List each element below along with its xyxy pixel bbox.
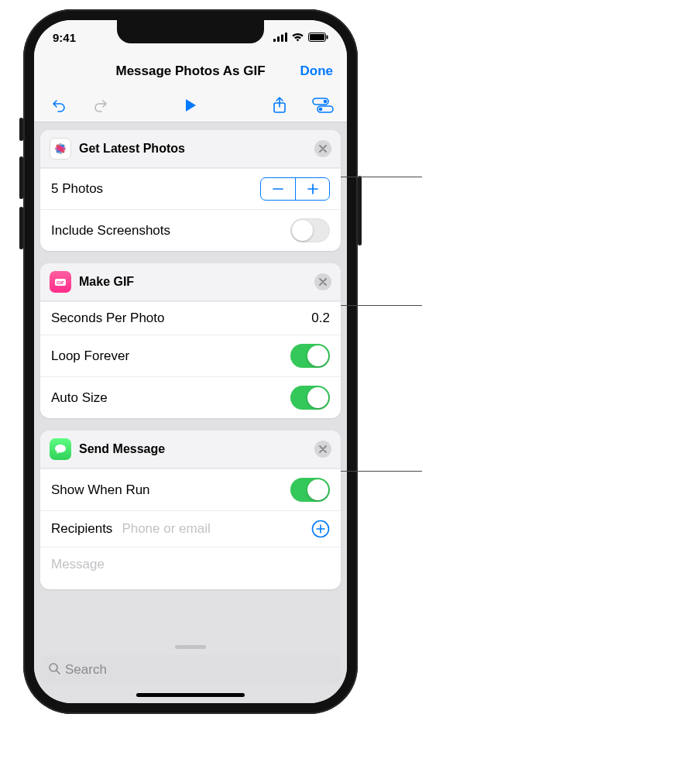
- svg-rect-6: [327, 35, 328, 39]
- action-header[interactable]: GIF Make GIF: [40, 263, 341, 301]
- notch: [117, 20, 264, 43]
- power-button: [358, 176, 362, 245]
- volume-up-button: [19, 156, 23, 199]
- include-screenshots-row: Include Screenshots: [40, 209, 341, 251]
- battery-icon: [308, 31, 328, 44]
- done-button[interactable]: Done: [300, 64, 334, 79]
- recipients-label: Recipients: [51, 521, 112, 537]
- action-header[interactable]: Send Message: [40, 431, 341, 469]
- toolbar: [34, 88, 347, 122]
- loop-forever-toggle[interactable]: [290, 344, 330, 368]
- search-icon: [48, 662, 60, 678]
- recipients-row[interactable]: Recipients Phone or email: [40, 510, 341, 547]
- search-input[interactable]: Search: [40, 655, 341, 685]
- search-panel[interactable]: Search: [40, 640, 341, 685]
- photos-app-icon: [50, 138, 71, 160]
- action-title: Send Message: [79, 442, 165, 456]
- share-button[interactable]: [268, 94, 291, 117]
- svg-rect-1: [277, 36, 280, 42]
- remove-action-button[interactable]: [314, 140, 331, 157]
- photo-count-label: 5 Photos: [51, 181, 103, 197]
- include-screenshots-toggle[interactable]: [290, 218, 330, 242]
- gif-icon: GIF: [50, 271, 71, 293]
- show-when-run-toggle[interactable]: [290, 478, 330, 502]
- undo-button[interactable]: [46, 94, 70, 117]
- auto-size-row: Auto Size: [40, 376, 341, 418]
- photo-count-stepper[interactable]: [260, 177, 330, 201]
- include-screenshots-label: Include Screenshots: [51, 223, 170, 239]
- stepper-minus-button[interactable]: [261, 178, 295, 200]
- status-time: 9:41: [53, 31, 76, 44]
- nav-bar: Message Photos As GIF Done: [34, 54, 347, 88]
- message-placeholder: Message: [51, 557, 105, 572]
- phone-frame: 9:41 Message Photos As GIF Done: [23, 9, 358, 714]
- photo-count-row: 5 Photos: [40, 168, 341, 209]
- show-when-run-row: Show When Run: [40, 469, 341, 510]
- seconds-per-photo-row[interactable]: Seconds Per Photo 0.2: [40, 301, 341, 335]
- remove-action-button[interactable]: [314, 273, 331, 290]
- callout-line: [341, 471, 422, 472]
- callout-line: [341, 305, 422, 306]
- action-send-message: Send Message Show When Run Recipients Ph…: [40, 431, 341, 589]
- action-get-latest-photos: Get Latest Photos 5 Photos: [40, 130, 341, 251]
- redo-button[interactable]: [90, 94, 113, 117]
- callout-line: [341, 177, 422, 177]
- loop-forever-row: Loop Forever: [40, 335, 341, 376]
- action-title: Get Latest Photos: [79, 142, 185, 156]
- remove-action-button[interactable]: [314, 441, 331, 458]
- svg-text:GIF: GIF: [57, 280, 64, 285]
- screen: 9:41 Message Photos As GIF Done: [34, 20, 347, 703]
- page-title: Message Photos As GIF: [115, 64, 265, 79]
- action-header[interactable]: Get Latest Photos: [40, 130, 341, 168]
- volume-down-button: [19, 207, 23, 249]
- actions-list: Get Latest Photos 5 Photos: [34, 122, 347, 703]
- svg-rect-3: [285, 33, 287, 42]
- settings-toggle-button[interactable]: [311, 94, 335, 117]
- stepper-plus-button[interactable]: [295, 178, 329, 200]
- drag-handle-icon[interactable]: [175, 645, 206, 649]
- auto-size-toggle[interactable]: [290, 386, 330, 410]
- svg-rect-5: [310, 34, 324, 40]
- wifi-icon: [291, 31, 304, 44]
- action-make-gif: GIF Make GIF Seconds Per Photo 0.2 Loop …: [40, 263, 341, 418]
- show-when-run-label: Show When Run: [51, 482, 150, 498]
- svg-point-9: [324, 99, 328, 103]
- seconds-per-photo-value: 0.2: [311, 311, 330, 326]
- message-body-row[interactable]: Message: [40, 547, 341, 589]
- svg-rect-0: [273, 39, 276, 42]
- search-placeholder: Search: [65, 662, 107, 678]
- svg-rect-2: [281, 34, 283, 42]
- loop-forever-label: Loop Forever: [51, 348, 129, 364]
- cellular-icon: [273, 31, 287, 44]
- auto-size-label: Auto Size: [51, 390, 108, 406]
- seconds-per-photo-label: Seconds Per Photo: [51, 311, 164, 326]
- home-indicator[interactable]: [136, 693, 245, 697]
- action-title: Make GIF: [79, 275, 134, 289]
- recipients-placeholder: Phone or email: [122, 521, 210, 537]
- play-button[interactable]: [179, 94, 202, 117]
- add-recipient-button[interactable]: [311, 520, 330, 538]
- svg-point-11: [319, 107, 323, 111]
- mute-switch: [19, 118, 23, 141]
- messages-app-icon: [50, 438, 71, 460]
